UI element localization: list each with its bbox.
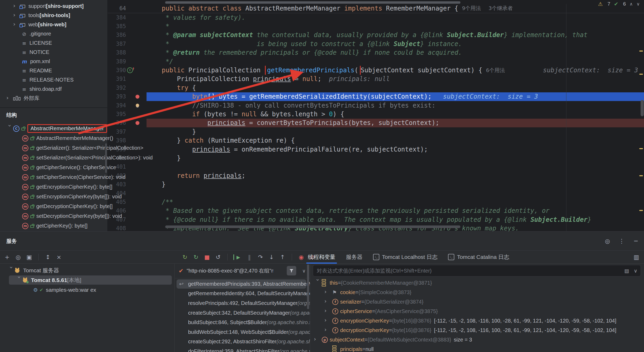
options-button[interactable]: ⋮ bbox=[618, 238, 625, 244]
chevron-collapsed-icon[interactable]: › bbox=[324, 308, 332, 314]
step-into-button[interactable]: ↓ bbox=[268, 254, 275, 260]
variable-row[interactable]: ›this = {CookieRememberMeManager@3871} bbox=[310, 278, 644, 288]
gutter[interactable] bbox=[126, 39, 147, 48]
gutter[interactable] bbox=[126, 180, 147, 189]
view-options-button[interactable]: ◎ bbox=[15, 254, 22, 260]
structure-member-row[interactable]: mgetCipherService(): CipherService bbox=[0, 163, 107, 172]
structure-scrollbar[interactable] bbox=[105, 143, 107, 173]
chevron-collapsed-icon[interactable]: › bbox=[324, 289, 332, 295]
chevron-expanded-icon[interactable]: › bbox=[315, 279, 321, 287]
stack-frame-row[interactable]: getRememberedIdentity:604, DefaultSecuri… bbox=[175, 289, 310, 299]
gutter[interactable] bbox=[126, 215, 147, 224]
project-item[interactable]: mpom.xml bbox=[0, 57, 107, 66]
variable-row[interactable]: ›psubjectContext = {DefaultWebSubjectCon… bbox=[310, 335, 644, 344]
project-item[interactable]: ≡README bbox=[0, 66, 107, 75]
chevron-right-icon[interactable]: › bbox=[13, 21, 20, 27]
frames-scrollbar[interactable] bbox=[307, 264, 309, 309]
variable-row[interactable]: ›fencryptionCipherKey = {byte[16]@3876}[… bbox=[310, 316, 644, 325]
code-line[interactable]: 406 * Based on the given subject context… bbox=[108, 207, 644, 215]
add-service-button[interactable]: + bbox=[4, 254, 11, 260]
gutter[interactable] bbox=[126, 189, 147, 198]
variable-row[interactable]: ›fserializer = {DefaultSerializer@3874} bbox=[310, 297, 644, 306]
code-line[interactable]: 403 } bbox=[108, 180, 644, 189]
project-item[interactable]: ≡RELEASE-NOTES bbox=[0, 75, 107, 84]
hide-library-frames-button[interactable] bbox=[287, 266, 296, 275]
code-line[interactable]: 407 * {@code null} if there is no availa… bbox=[108, 215, 644, 224]
variable-row[interactable]: ›⚑cookie = {SimpleCookie@3873} bbox=[310, 288, 644, 297]
expand-all-button[interactable]: ↕ bbox=[44, 254, 51, 260]
code-editor[interactable]: 64 public abstract class AbstractRemembe… bbox=[108, 0, 644, 231]
stop-button[interactable]: ■ bbox=[204, 254, 210, 260]
editor-horizontal-scrollbar-bottom[interactable] bbox=[165, 225, 460, 228]
tab-Tomcat Catalina 日志[interactable]: ›_Tomcat Catalina 日志 bbox=[443, 251, 514, 263]
stripe-warning-mark[interactable] bbox=[639, 210, 643, 211]
stack-frame-row[interactable]: buildSubject:846, Subject$Builder (org.a… bbox=[175, 318, 310, 327]
structure-member-row[interactable]: msetEncryptionCipherKey(byte[]): void bbox=[0, 192, 107, 202]
code-line[interactable]: 398 } catch (RuntimeException re) { bbox=[108, 136, 644, 145]
gutter[interactable] bbox=[126, 119, 147, 127]
editor-vertical-scrollbar[interactable] bbox=[641, 100, 644, 116]
code-line[interactable]: 388 * @return the remembered principals … bbox=[108, 48, 644, 57]
stack-frame-row[interactable]: createSubject:292, AbstractShiroFilter (… bbox=[175, 337, 310, 347]
service-tree-item[interactable]: ›Tomcat 8.5.61 [本地] bbox=[0, 275, 174, 285]
thread-dropdown-chevron-icon[interactable]: ∨ bbox=[302, 268, 306, 274]
hide-button[interactable]: ─ bbox=[632, 238, 639, 244]
structure-class-row[interactable]: ›CAbstractRememberMeManager bbox=[0, 124, 107, 133]
code-line[interactable]: 390I↑ public PrincipalCollection getReme… bbox=[108, 66, 644, 74]
gutter[interactable] bbox=[126, 4, 147, 13]
stripe-warning-mark[interactable] bbox=[639, 175, 643, 176]
code-line[interactable]: 385 * bbox=[108, 22, 644, 31]
code-line[interactable]: 389 */ bbox=[108, 57, 644, 66]
chevron-expanded-icon[interactable]: › bbox=[8, 266, 15, 273]
gutter[interactable] bbox=[126, 198, 147, 206]
rerun-debug-button[interactable]: ↻ bbox=[193, 254, 199, 260]
chevron-right-icon[interactable]: › bbox=[13, 12, 20, 18]
chevron-collapsed-icon[interactable]: › bbox=[324, 317, 332, 323]
project-item[interactable]: ›web [shiro-web] bbox=[0, 20, 107, 29]
gutter[interactable] bbox=[126, 48, 147, 57]
chevron-collapsed-icon[interactable]: › bbox=[324, 298, 332, 304]
breakpoint-icon[interactable] bbox=[135, 95, 139, 99]
editor-horizontal-scrollbar-top[interactable] bbox=[165, 1, 460, 4]
resume-button[interactable]: ▶ bbox=[233, 254, 242, 260]
step-out-button[interactable]: ↑ bbox=[279, 254, 286, 260]
refresh-button[interactable]: ↺ bbox=[215, 254, 222, 260]
code-line[interactable]: 393 byte[] bytes = getRememberedSerializ… bbox=[108, 92, 644, 101]
open-in-new-tab-button[interactable]: ▣ bbox=[26, 254, 33, 260]
code-line[interactable]: 384 * values for safety). bbox=[108, 13, 644, 22]
code-line[interactable]: 399 principals = onRememberedPrincipalFa… bbox=[108, 145, 644, 154]
project-item[interactable]: ›support [shiro-support] bbox=[0, 2, 107, 11]
project-item[interactable]: ≡NOTICE bbox=[0, 48, 107, 57]
code-line[interactable]: 386 * @param subjectContext the contextu… bbox=[108, 31, 644, 39]
structure-member-row[interactable]: mgetDecryptionCipherKey(): byte[] bbox=[0, 202, 107, 211]
evaluate-expression-bar[interactable]: 对表达式求值(Enter)或添加监视(Ctrl+Shift+Enter) ▤∨ bbox=[313, 265, 641, 276]
structure-member-row[interactable]: msetDecryptionCipherKey(byte[]): void bbox=[0, 211, 107, 221]
watch-chevron-icon[interactable]: ∨ bbox=[634, 268, 637, 274]
rerun-button[interactable]: ↻ bbox=[182, 254, 188, 260]
structure-member-row[interactable]: msetCipherService(CipherService): void bbox=[0, 172, 107, 182]
code-line[interactable]: 404 bbox=[108, 189, 644, 198]
pause-button[interactable]: ‖ bbox=[246, 254, 253, 260]
gutter[interactable] bbox=[126, 22, 147, 31]
layout-settings-button[interactable]: ▥ bbox=[633, 251, 640, 263]
code-line[interactable]: 387 * is being used to construct a {@lin… bbox=[108, 39, 644, 48]
gutter[interactable] bbox=[126, 13, 147, 22]
stripe-warning-mark[interactable] bbox=[639, 51, 643, 52]
gutter[interactable] bbox=[126, 127, 147, 136]
gutter[interactable]: I↑ bbox=[126, 66, 147, 74]
code-line[interactable]: 392 try { bbox=[108, 83, 644, 92]
service-tree-item[interactable]: ⚙✔samples-web:war ex bbox=[0, 285, 174, 295]
tab-服务器[interactable]: 服务器 bbox=[341, 251, 368, 263]
stripe-warning-mark[interactable] bbox=[639, 74, 643, 75]
project-item[interactable]: ›tools [shiro-tools] bbox=[0, 11, 107, 20]
gutter[interactable] bbox=[126, 57, 147, 66]
code-line[interactable]: 402 return principals; bbox=[108, 171, 644, 180]
gutter[interactable] bbox=[126, 75, 147, 83]
gutter[interactable] bbox=[126, 31, 147, 39]
tab-Tomcat Localhost 日志[interactable]: ›_Tomcat Localhost 日志 bbox=[368, 251, 443, 263]
gutter[interactable] bbox=[126, 171, 147, 180]
structure-member-row[interactable]: mgetCipherKey(): byte[] bbox=[0, 221, 107, 231]
intention-bulb-icon[interactable] bbox=[136, 104, 139, 107]
chevron-right-icon[interactable]: › bbox=[13, 2, 20, 9]
stack-frame-row[interactable]: createSubject:342, DefaultSecurityManage… bbox=[175, 308, 310, 318]
